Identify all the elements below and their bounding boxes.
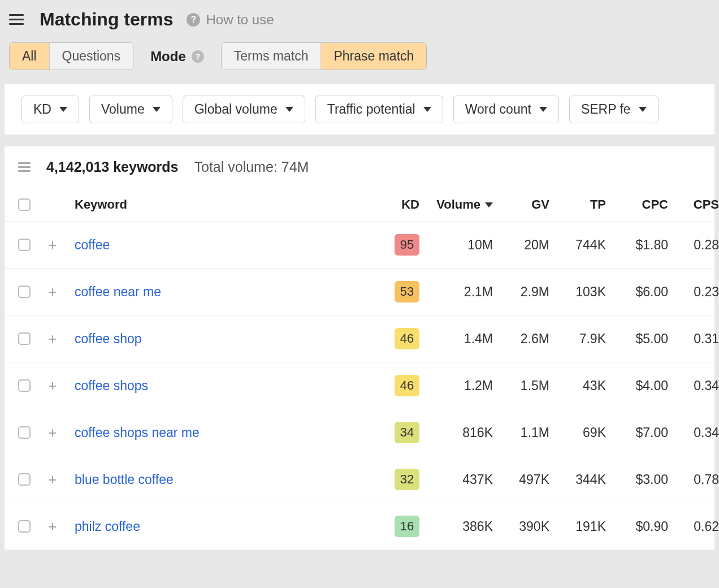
keyword-link[interactable]: coffee <box>75 237 110 252</box>
select-all-checkbox[interactable] <box>18 198 31 211</box>
help-icon[interactable]: ? <box>192 50 204 63</box>
table-row: +coffee shops near me34816K1.1M69K$7.000… <box>5 409 714 456</box>
table-row: +coffee9510M20M744K$1.800.28 <box>5 222 714 269</box>
table-row: +coffee shop461.4M2.6M7.9K$5.000.31 <box>5 315 714 362</box>
row-checkbox[interactable] <box>18 239 31 251</box>
add-icon[interactable]: + <box>46 332 59 345</box>
cell-cpc: $5.00 <box>606 331 668 347</box>
hamburger-menu-icon[interactable] <box>7 12 26 27</box>
filter-kd[interactable]: KD <box>21 96 79 123</box>
add-icon[interactable]: + <box>46 379 59 392</box>
summary-bar: 4,142,013 keywords Total volume: 74M <box>5 146 714 188</box>
cell-gv: 2.9M <box>493 284 549 300</box>
cell-gv: 20M <box>493 237 549 253</box>
cell-cps: 0.28 <box>668 237 719 253</box>
cell-volume: 437K <box>419 472 493 487</box>
column-keyword[interactable]: Keyword <box>75 197 369 212</box>
chevron-down-icon <box>539 107 547 112</box>
cell-tp: 7.9K <box>549 331 606 347</box>
keyword-link[interactable]: philz coffee <box>75 519 140 534</box>
keyword-link[interactable]: blue bottle coffee <box>75 472 174 487</box>
cell-volume: 1.2M <box>419 378 493 394</box>
keyword-link[interactable]: coffee shops near me <box>75 425 200 440</box>
filter-word-count[interactable]: Word count <box>453 96 559 123</box>
table-header: Keyword KD Volume GV TP CPC CPS <box>5 188 714 222</box>
row-checkbox[interactable] <box>18 473 31 486</box>
cell-cpc: $4.00 <box>606 378 668 394</box>
chevron-down-icon <box>285 107 293 112</box>
filters-bar: KDVolumeGlobal volumeTraffic potentialWo… <box>5 84 714 135</box>
add-icon[interactable]: + <box>46 239 59 251</box>
kd-badge: 95 <box>395 234 419 256</box>
column-tp[interactable]: TP <box>549 197 606 212</box>
column-volume[interactable]: Volume <box>419 197 493 212</box>
row-checkbox[interactable] <box>18 286 31 298</box>
mode-tab-group: Terms match Phrase match <box>221 42 427 70</box>
list-icon[interactable] <box>18 162 31 172</box>
filter-volume[interactable]: Volume <box>89 96 172 123</box>
cell-cpc: $6.00 <box>606 284 668 300</box>
kd-badge: 46 <box>395 375 419 396</box>
kd-badge: 53 <box>395 281 419 302</box>
cell-tp: 43K <box>549 378 606 394</box>
sort-desc-icon <box>485 202 493 207</box>
column-cps[interactable]: CPS <box>668 197 719 212</box>
cell-gv: 497K <box>493 472 549 487</box>
row-checkbox[interactable] <box>18 426 31 439</box>
table-row: +blue bottle coffee32437K497K344K$3.000.… <box>5 456 714 503</box>
cell-cps: 0.62 <box>668 519 719 534</box>
kd-badge: 32 <box>395 469 419 490</box>
keyword-count: 4,142,013 keywords <box>46 159 179 175</box>
row-checkbox[interactable] <box>18 379 31 392</box>
add-icon[interactable]: + <box>46 520 59 533</box>
add-icon[interactable]: + <box>46 426 59 439</box>
tab-questions[interactable]: Questions <box>49 43 133 70</box>
cell-tp: 103K <box>549 284 606 300</box>
cell-gv: 2.6M <box>493 331 549 347</box>
mode-label: Mode ? <box>150 49 204 64</box>
keyword-link[interactable]: coffee shop <box>75 331 142 346</box>
table-row: +philz coffee16386K390K191K$0.900.62 <box>5 503 714 550</box>
chevron-down-icon <box>639 107 647 112</box>
filter-traffic-potential[interactable]: Traffic potential <box>315 96 443 123</box>
type-tab-group: All Questions <box>9 42 133 70</box>
add-icon[interactable]: + <box>46 286 59 298</box>
chevron-down-icon <box>153 107 161 112</box>
filter-serp-fe[interactable]: SERP fe <box>569 96 659 123</box>
cell-cps: 0.34 <box>668 378 719 394</box>
how-to-use-link[interactable]: ? How to use <box>187 12 274 28</box>
chevron-down-icon <box>423 107 431 112</box>
row-checkbox[interactable] <box>18 520 31 533</box>
cell-cpc: $1.80 <box>606 237 668 253</box>
tab-terms-match[interactable]: Terms match <box>222 43 321 70</box>
cell-tp: 744K <box>549 237 606 253</box>
kd-badge: 46 <box>395 328 419 349</box>
column-cpc[interactable]: CPC <box>606 197 668 212</box>
cell-cps: 0.23 <box>668 284 719 300</box>
cell-volume: 10M <box>419 237 493 253</box>
kd-badge: 16 <box>395 516 419 537</box>
add-icon[interactable]: + <box>46 473 59 486</box>
kd-badge: 34 <box>395 422 419 443</box>
cell-gv: 1.5M <box>493 378 549 394</box>
cell-cps: 0.31 <box>668 331 719 347</box>
cell-cps: 0.34 <box>668 425 719 440</box>
cell-gv: 390K <box>493 519 549 534</box>
cell-volume: 1.4M <box>419 331 493 347</box>
row-checkbox[interactable] <box>18 332 31 345</box>
tab-phrase-match[interactable]: Phrase match <box>320 43 426 70</box>
cell-volume: 816K <box>419 425 493 440</box>
cell-volume: 2.1M <box>419 284 493 300</box>
keyword-link[interactable]: coffee shops <box>75 378 148 393</box>
cell-cpc: $7.00 <box>606 425 668 440</box>
cell-volume: 386K <box>419 519 493 534</box>
filter-global-volume[interactable]: Global volume <box>183 96 305 123</box>
cell-tp: 191K <box>549 519 606 534</box>
keywords-table: Keyword KD Volume GV TP CPC CPS +coffee9… <box>5 188 714 550</box>
cell-cpc: $3.00 <box>606 472 668 487</box>
keyword-link[interactable]: coffee near me <box>75 284 161 299</box>
tab-all[interactable]: All <box>10 43 49 70</box>
column-kd[interactable]: KD <box>369 197 419 212</box>
column-gv[interactable]: GV <box>493 197 549 212</box>
cell-cpc: $0.90 <box>606 519 668 534</box>
